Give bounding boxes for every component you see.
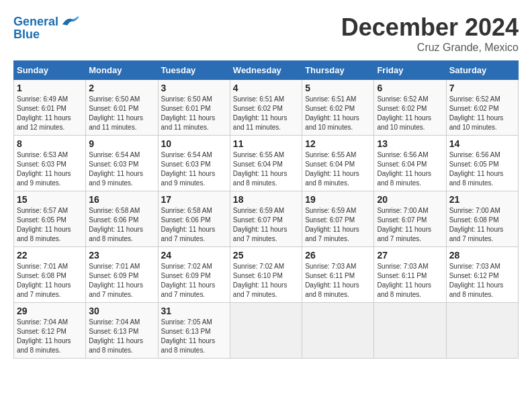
- weekday-header-row: SundayMondayTuesdayWednesdayThursdayFrid…: [14, 61, 519, 80]
- day-number: 31: [161, 306, 227, 316]
- day-number: 27: [377, 250, 443, 261]
- calendar-cell: 22 Sunrise: 7:01 AM Sunset: 6:08 PM Dayl…: [14, 247, 86, 303]
- day-number: 12: [305, 138, 371, 149]
- day-info: Sunrise: 7:00 AM Sunset: 6:08 PM Dayligh…: [449, 206, 515, 244]
- calendar-cell: [230, 303, 302, 359]
- weekday-header-thursday: Thursday: [302, 61, 374, 80]
- calendar-week-row: 22 Sunrise: 7:01 AM Sunset: 6:08 PM Dayl…: [14, 247, 519, 303]
- day-info: Sunrise: 6:52 AM Sunset: 6:02 PM Dayligh…: [449, 95, 515, 132]
- calendar-cell: 1 Sunrise: 6:49 AM Sunset: 6:01 PM Dayli…: [14, 80, 86, 136]
- day-number: 30: [89, 306, 154, 316]
- logo-bird-icon: [60, 13, 80, 30]
- calendar-cell: 18 Sunrise: 6:59 AM Sunset: 6:07 PM Dayl…: [230, 191, 302, 247]
- day-number: 5: [305, 83, 371, 93]
- day-number: 25: [233, 250, 299, 261]
- calendar-cell: 19 Sunrise: 6:59 AM Sunset: 6:07 PM Dayl…: [302, 191, 374, 247]
- calendar-week-row: 8 Sunrise: 6:53 AM Sunset: 6:03 PM Dayli…: [14, 136, 519, 191]
- day-info: Sunrise: 6:54 AM Sunset: 6:03 PM Dayligh…: [161, 150, 227, 188]
- day-number: 11: [233, 138, 299, 149]
- calendar-week-row: 15 Sunrise: 6:57 AM Sunset: 6:05 PM Dayl…: [14, 191, 519, 247]
- day-info: Sunrise: 6:58 AM Sunset: 6:06 PM Dayligh…: [89, 206, 154, 244]
- day-info: Sunrise: 7:00 AM Sunset: 6:07 PM Dayligh…: [377, 206, 443, 244]
- day-info: Sunrise: 6:50 AM Sunset: 6:01 PM Dayligh…: [89, 95, 154, 132]
- calendar-cell: [374, 303, 446, 359]
- weekday-header-monday: Monday: [86, 61, 158, 80]
- calendar-cell: 3 Sunrise: 6:50 AM Sunset: 6:01 PM Dayli…: [158, 80, 230, 136]
- day-info: Sunrise: 7:02 AM Sunset: 6:09 PM Dayligh…: [161, 262, 227, 300]
- day-number: 24: [161, 250, 227, 261]
- day-number: 17: [161, 194, 227, 205]
- weekday-header-wednesday: Wednesday: [230, 61, 302, 80]
- calendar-header: SundayMondayTuesdayWednesdayThursdayFrid…: [14, 61, 519, 80]
- day-number: 23: [89, 250, 154, 261]
- calendar-cell: 10 Sunrise: 6:54 AM Sunset: 6:03 PM Dayl…: [158, 136, 230, 191]
- day-info: Sunrise: 6:56 AM Sunset: 6:04 PM Dayligh…: [377, 150, 443, 188]
- calendar-cell: 11 Sunrise: 6:55 AM Sunset: 6:04 PM Dayl…: [230, 136, 302, 191]
- day-info: Sunrise: 6:59 AM Sunset: 6:07 PM Dayligh…: [305, 206, 371, 244]
- calendar-cell: 16 Sunrise: 6:58 AM Sunset: 6:06 PM Dayl…: [86, 191, 158, 247]
- day-number: 18: [233, 194, 299, 205]
- calendar-cell: 29 Sunrise: 7:04 AM Sunset: 6:12 PM Dayl…: [14, 303, 86, 359]
- calendar-table: SundayMondayTuesdayWednesdayThursdayFrid…: [13, 60, 519, 359]
- day-info: Sunrise: 6:55 AM Sunset: 6:04 PM Dayligh…: [305, 150, 371, 188]
- calendar-week-row: 29 Sunrise: 7:04 AM Sunset: 6:12 PM Dayl…: [14, 303, 519, 359]
- calendar-cell: 27 Sunrise: 7:03 AM Sunset: 6:11 PM Dayl…: [374, 247, 446, 303]
- calendar-cell: 21 Sunrise: 7:00 AM Sunset: 6:08 PM Dayl…: [446, 191, 518, 247]
- weekday-header-saturday: Saturday: [446, 61, 518, 80]
- day-number: 15: [17, 194, 83, 205]
- day-info: Sunrise: 6:50 AM Sunset: 6:01 PM Dayligh…: [161, 95, 227, 132]
- calendar-cell: 15 Sunrise: 6:57 AM Sunset: 6:05 PM Dayl…: [14, 191, 86, 247]
- calendar-cell: 24 Sunrise: 7:02 AM Sunset: 6:09 PM Dayl…: [158, 247, 230, 303]
- day-info: Sunrise: 7:03 AM Sunset: 6:11 PM Dayligh…: [377, 262, 443, 300]
- calendar-cell: 31 Sunrise: 7:05 AM Sunset: 6:13 PM Dayl…: [158, 303, 230, 359]
- logo: General Blue: [13, 13, 80, 42]
- calendar-cell: 4 Sunrise: 6:51 AM Sunset: 6:02 PM Dayli…: [230, 80, 302, 136]
- day-number: 16: [89, 194, 154, 205]
- day-number: 2: [89, 83, 154, 93]
- day-number: 6: [377, 83, 443, 93]
- day-number: 29: [17, 306, 83, 316]
- title-block: December 2024 Cruz Grande, Mexico: [341, 13, 519, 54]
- calendar-cell: 14 Sunrise: 6:56 AM Sunset: 6:05 PM Dayl…: [446, 136, 518, 191]
- day-info: Sunrise: 6:56 AM Sunset: 6:05 PM Dayligh…: [449, 150, 515, 188]
- day-info: Sunrise: 7:05 AM Sunset: 6:13 PM Dayligh…: [161, 318, 227, 355]
- weekday-header-tuesday: Tuesday: [158, 61, 230, 80]
- calendar-cell: 7 Sunrise: 6:52 AM Sunset: 6:02 PM Dayli…: [446, 80, 518, 136]
- day-info: Sunrise: 7:01 AM Sunset: 6:09 PM Dayligh…: [89, 262, 154, 300]
- day-number: 28: [449, 250, 515, 261]
- calendar-cell: 6 Sunrise: 6:52 AM Sunset: 6:02 PM Dayli…: [374, 80, 446, 136]
- day-info: Sunrise: 7:01 AM Sunset: 6:08 PM Dayligh…: [17, 262, 83, 300]
- calendar-cell: 17 Sunrise: 6:58 AM Sunset: 6:06 PM Dayl…: [158, 191, 230, 247]
- calendar-cell: 30 Sunrise: 7:04 AM Sunset: 6:13 PM Dayl…: [86, 303, 158, 359]
- weekday-header-friday: Friday: [374, 61, 446, 80]
- day-info: Sunrise: 6:55 AM Sunset: 6:04 PM Dayligh…: [233, 150, 299, 188]
- month-title: December 2024: [341, 13, 519, 42]
- page-header: General Blue December 2024 Cruz Grande, …: [13, 13, 519, 54]
- day-number: 4: [233, 83, 299, 93]
- day-number: 22: [17, 250, 83, 261]
- logo-text: General: [13, 15, 58, 29]
- day-number: 14: [449, 138, 515, 149]
- day-number: 26: [305, 250, 371, 261]
- calendar-cell: 5 Sunrise: 6:51 AM Sunset: 6:02 PM Dayli…: [302, 80, 374, 136]
- day-number: 1: [17, 83, 83, 93]
- calendar-body: 1 Sunrise: 6:49 AM Sunset: 6:01 PM Dayli…: [14, 80, 519, 359]
- day-info: Sunrise: 6:59 AM Sunset: 6:07 PM Dayligh…: [233, 206, 299, 244]
- day-number: 7: [449, 83, 515, 93]
- day-info: Sunrise: 7:04 AM Sunset: 6:12 PM Dayligh…: [17, 318, 83, 355]
- location-subtitle: Cruz Grande, Mexico: [341, 42, 519, 54]
- calendar-cell: 12 Sunrise: 6:55 AM Sunset: 6:04 PM Dayl…: [302, 136, 374, 191]
- logo-text2: Blue: [13, 28, 40, 42]
- day-number: 8: [17, 138, 83, 149]
- calendar-cell: [446, 303, 518, 359]
- day-info: Sunrise: 6:51 AM Sunset: 6:02 PM Dayligh…: [305, 95, 371, 132]
- day-info: Sunrise: 6:54 AM Sunset: 6:03 PM Dayligh…: [89, 150, 154, 188]
- day-info: Sunrise: 6:51 AM Sunset: 6:02 PM Dayligh…: [233, 95, 299, 132]
- day-info: Sunrise: 7:03 AM Sunset: 6:11 PM Dayligh…: [305, 262, 371, 300]
- day-number: 21: [449, 194, 515, 205]
- day-number: 13: [377, 138, 443, 149]
- day-info: Sunrise: 6:49 AM Sunset: 6:01 PM Dayligh…: [17, 95, 83, 132]
- day-number: 10: [161, 138, 227, 149]
- day-number: 19: [305, 194, 371, 205]
- calendar-cell: 2 Sunrise: 6:50 AM Sunset: 6:01 PM Dayli…: [86, 80, 158, 136]
